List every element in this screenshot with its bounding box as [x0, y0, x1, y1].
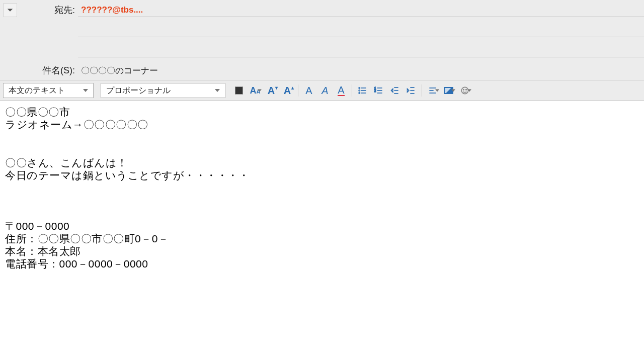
- bullet-list-button[interactable]: [355, 83, 370, 98]
- italic-button[interactable]: A: [317, 83, 333, 98]
- body-line: 電話番号：000－0000－0000: [5, 257, 639, 270]
- svg-point-0: [359, 87, 360, 89]
- body-line: 〇〇さん、こんばんは！: [5, 156, 639, 169]
- numbered-list-icon: 12: [374, 85, 384, 96]
- font-family-value: プロポーショナル: [106, 85, 171, 96]
- cc-row: [0, 20, 644, 40]
- svg-point-2: [359, 90, 360, 92]
- align-button[interactable]: [425, 83, 440, 98]
- body-line: 〇〇県〇〇市: [5, 106, 639, 118]
- cc-value: [81, 25, 84, 35]
- align-icon: [428, 85, 438, 96]
- body-line: 住所：〇〇県〇〇市〇〇町0－0－: [5, 232, 639, 245]
- indent-button[interactable]: [404, 83, 419, 98]
- bullet-list-icon: [358, 85, 368, 96]
- to-field[interactable]: ??????@tbs....: [78, 3, 644, 17]
- image-icon: [444, 87, 453, 94]
- underline-button[interactable]: A: [334, 83, 349, 98]
- paragraph-style-value: 本文のテキスト: [9, 85, 65, 96]
- body-line: [5, 131, 639, 143]
- bold-button[interactable]: A: [301, 83, 316, 98]
- italic-icon: A: [321, 85, 328, 97]
- separator: [422, 84, 422, 97]
- outdent-icon: [390, 85, 400, 96]
- body-line: 本名：本名太郎: [5, 245, 639, 257]
- font-size-button[interactable]: AA: [248, 83, 263, 98]
- font-family-dropdown[interactable]: プロポーショナル: [101, 83, 225, 98]
- message-body[interactable]: 〇〇県〇〇市 ラジオネーム→〇〇〇〇〇〇 〇〇さん、こんばんは！ 今日のテーマは…: [0, 101, 644, 275]
- svg-point-20: [461, 87, 468, 94]
- body-line: [5, 194, 639, 207]
- subject-row: 件名(S): 〇〇〇〇のコーナー: [0, 60, 644, 80]
- indent-icon: [406, 85, 416, 96]
- svg-point-21: [463, 89, 464, 90]
- to-row: 宛先: ??????@tbs....: [0, 0, 644, 20]
- chevron-down-icon: [83, 89, 88, 92]
- body-line: [5, 182, 639, 194]
- bold-icon: A: [305, 85, 312, 97]
- body-line: 今日のテーマは鍋ということですが・・・・・・: [5, 169, 639, 182]
- increase-font-button[interactable]: A▴: [280, 83, 295, 98]
- compose-header: 宛先: ??????@tbs.... 件名(S): 〇〇〇〇のコーナー 本文のテ…: [0, 0, 644, 101]
- body-line: [5, 207, 639, 220]
- outdent-button[interactable]: [387, 83, 403, 98]
- body-line: [5, 144, 639, 156]
- numbered-list-button[interactable]: 12: [371, 83, 386, 98]
- chevron-down-icon: [3, 3, 17, 17]
- svg-point-4: [359, 93, 360, 94]
- to-label: 宛先:: [20, 4, 78, 16]
- chevron-down-icon: [215, 89, 220, 92]
- color-swatch-icon: [235, 86, 243, 95]
- bcc-row: [0, 40, 644, 60]
- svg-text:2: 2: [374, 89, 376, 93]
- font-size-icon: AA: [250, 85, 261, 96]
- font-color-button[interactable]: [231, 83, 247, 98]
- format-toolbar: 本文のテキスト プロポーショナル AA A▾ A▴ A A A: [0, 80, 644, 101]
- smiley-icon: [460, 85, 470, 96]
- decrease-font-button[interactable]: A▾: [264, 83, 279, 98]
- recipient-type-dropdown[interactable]: [0, 3, 20, 17]
- insert-image-button[interactable]: [441, 83, 456, 98]
- decrease-font-icon: A▾: [268, 85, 275, 97]
- to-value: ??????@tbs....: [81, 5, 143, 15]
- bcc-value: [81, 45, 84, 55]
- svg-point-22: [466, 89, 467, 90]
- body-line: 〒000－0000: [5, 220, 639, 232]
- bcc-field[interactable]: [78, 43, 644, 57]
- paragraph-style-dropdown[interactable]: 本文のテキスト: [3, 83, 94, 98]
- separator: [298, 84, 298, 97]
- subject-value: 〇〇〇〇のコーナー: [81, 65, 158, 76]
- cc-field[interactable]: [78, 23, 644, 37]
- separator: [352, 84, 352, 97]
- subject-label: 件名(S):: [20, 64, 78, 76]
- body-line: ラジオネーム→〇〇〇〇〇〇: [5, 118, 639, 131]
- emoji-button[interactable]: [457, 83, 472, 98]
- increase-font-icon: A▴: [284, 85, 291, 97]
- subject-field[interactable]: 〇〇〇〇のコーナー: [78, 63, 644, 77]
- underline-icon: A: [338, 85, 344, 96]
